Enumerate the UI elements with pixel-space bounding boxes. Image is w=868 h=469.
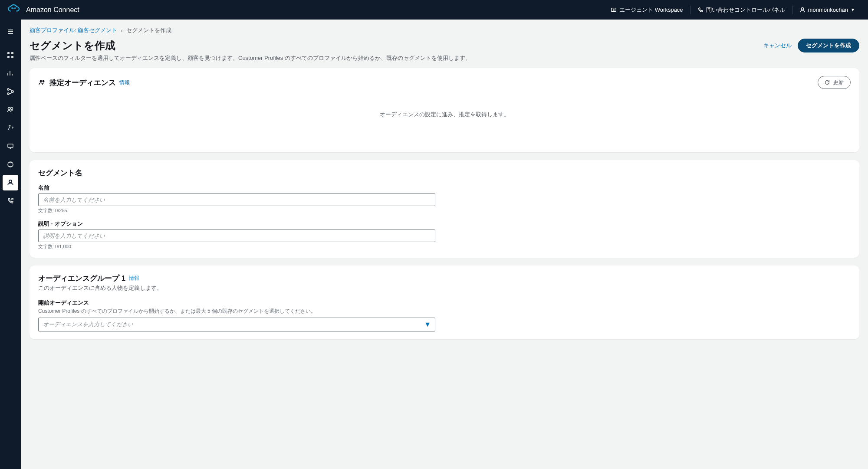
refresh-button[interactable]: 更新 (818, 76, 851, 89)
product-name: Amazon Connect (26, 6, 79, 14)
segment-name-panel: セグメント名 名前 文字数: 0/255 説明 - オプション 文字数: 0/1… (30, 160, 859, 258)
phone-icon (697, 7, 704, 13)
audience-empty-text: オーディエンスの設定に進み、推定を取得します。 (38, 89, 851, 144)
breadcrumb-parent[interactable]: 顧客プロファイル: 顧客セグメント (30, 26, 117, 34)
audience-group-desc: このオーディエンスに含める人物を定義します。 (38, 284, 851, 292)
user-icon (799, 7, 806, 13)
svg-point-8 (7, 89, 9, 90)
sidebar-users[interactable] (3, 102, 18, 118)
sidebar-customer-profiles[interactable] (3, 175, 18, 190)
sidebar-channels[interactable] (3, 138, 18, 154)
start-audience-label: 開始オーディエンス (38, 299, 851, 307)
page-header: セグメントを作成 属性ベースのフィルターを適用してオーディエンスを定義し、顧客を… (30, 39, 859, 62)
page-title: セグメントを作成 (30, 39, 471, 52)
breadcrumb-current: セグメントを作成 (126, 26, 171, 34)
refresh-icon (824, 79, 830, 85)
sidebar-phone-numbers[interactable] (3, 120, 18, 136)
user-menu[interactable]: morimorikochan ▼ (793, 7, 861, 13)
svg-point-11 (8, 108, 10, 110)
description-label: 説明 - オプション (38, 220, 851, 228)
svg-point-16 (40, 80, 42, 82)
sidebar-analytics[interactable] (3, 66, 18, 81)
chevron-right-icon: › (121, 27, 122, 34)
svg-rect-13 (8, 144, 13, 148)
audience-group-panel: オーディエンスグループ 1 情報 このオーディエンスに含める人物を定義します。 … (30, 266, 859, 339)
svg-point-15 (9, 180, 12, 183)
svg-rect-4 (7, 52, 10, 54)
top-bar: Amazon Connect エージェント Workspace 問い合わせコント… (0, 0, 868, 20)
name-input[interactable] (38, 194, 435, 206)
start-audience-select[interactable]: オーディエンスを入力してください (38, 318, 435, 331)
svg-point-3 (801, 7, 803, 10)
sidebar-routing[interactable] (3, 84, 18, 99)
workspace-icon (611, 7, 617, 13)
sidebar-nav (0, 20, 21, 469)
ccp-link[interactable]: 問い合わせコントロールパネル (691, 6, 791, 14)
estimated-audience-title: 推定オーディエンス (49, 78, 116, 88)
cancel-button[interactable]: キャンセル (763, 42, 792, 49)
start-audience-hint: Customer Profiles のすべてのプロファイルから開始するか、または… (38, 308, 851, 315)
svg-rect-6 (7, 56, 10, 58)
main-content: 顧客プロファイル: 顧客セグメント › セグメントを作成 セグメントを作成 属性… (21, 20, 868, 469)
info-link[interactable]: 情報 (119, 79, 130, 86)
description-hint: 文字数: 0/1,000 (38, 243, 851, 250)
svg-rect-2 (612, 8, 616, 11)
sidebar-dashboard[interactable] (3, 47, 18, 63)
svg-rect-7 (11, 56, 13, 58)
breadcrumb: 顧客プロファイル: 顧客セグメント › セグメントを作成 (30, 26, 859, 34)
sidebar-contact[interactable] (3, 157, 18, 172)
audience-icon (38, 79, 46, 86)
info-link[interactable]: 情報 (129, 275, 139, 282)
estimated-audience-panel: 推定オーディエンス 情報 更新 オーディエンスの設定に進み、推定を取得します。 (30, 68, 859, 152)
sidebar-outbound[interactable] (3, 193, 18, 209)
name-label: 名前 (38, 184, 851, 192)
svg-point-17 (43, 80, 45, 82)
divider (792, 6, 792, 14)
connect-logo-icon (7, 4, 22, 16)
svg-rect-5 (11, 52, 13, 54)
description-input[interactable] (38, 230, 435, 242)
name-hint: 文字数: 0/255 (38, 207, 851, 214)
svg-point-9 (7, 93, 9, 95)
audience-group-title: オーディエンスグループ 1 (38, 273, 125, 283)
segment-name-section-title: セグメント名 (38, 168, 851, 178)
agent-workspace-link[interactable]: エージェント Workspace (605, 6, 689, 14)
page-description: 属性ベースのフィルターを適用してオーディエンスを定義し、顧客を見つけます。Cus… (30, 54, 471, 62)
svg-point-10 (12, 91, 13, 92)
caret-down-icon: ▼ (851, 7, 855, 12)
divider (690, 6, 690, 14)
hamburger-menu[interactable] (3, 24, 18, 39)
svg-point-12 (11, 108, 13, 110)
product-logo[interactable]: Amazon Connect (7, 4, 79, 16)
create-segment-button[interactable]: セグメントを作成 (798, 39, 859, 52)
